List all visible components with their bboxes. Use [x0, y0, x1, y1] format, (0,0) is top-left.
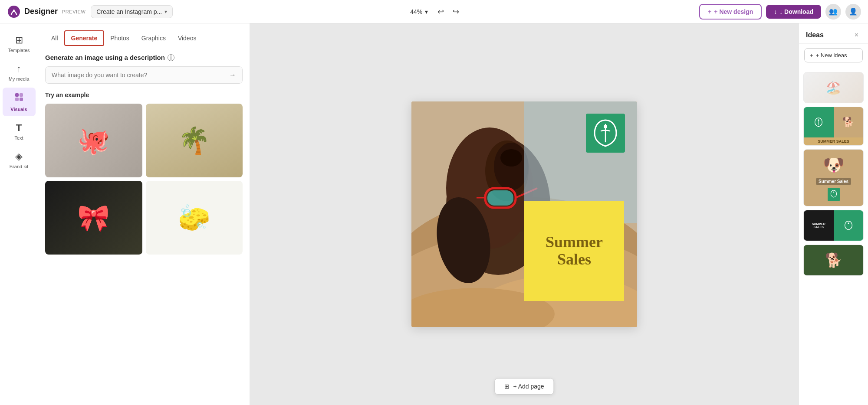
zoom-control[interactable]: 44% ▾: [410, 8, 428, 15]
octopus-icon: 🐙: [77, 125, 110, 156]
panel-tabs: All Generate Photos Graphics Videos: [45, 30, 243, 46]
sponge-icon: 🧽: [178, 202, 210, 233]
topbar-center: 44% ▾ ↩ ↪: [178, 4, 694, 19]
logo-badge: [828, 188, 840, 201]
idea-card-3[interactable]: 🐶 Summer Sales: [803, 149, 864, 206]
text-label: Text: [14, 135, 23, 140]
templates-label: Templates: [8, 48, 30, 53]
new-design-icon: +: [708, 8, 711, 15]
sidebar-item-text[interactable]: T Text: [3, 118, 36, 145]
zoom-value: 44%: [410, 8, 422, 15]
idea-card-2[interactable]: 🐕 SUMMER SALES: [803, 107, 864, 146]
new-ideas-plus-icon: +: [810, 52, 813, 59]
svg-point-13: [500, 149, 522, 167]
visuals-panel: All Generate Photos Graphics Videos Gene…: [38, 23, 250, 405]
topbar-right: + + New design ↓ ↓ Download 👥 👤: [699, 4, 861, 20]
tab-photos[interactable]: Photos: [104, 30, 135, 46]
tab-videos[interactable]: Videos: [172, 30, 203, 46]
templates-icon: ⊞: [15, 35, 23, 46]
idea-card-1[interactable]: 🏖️: [803, 72, 864, 103]
idea-card-5[interactable]: 🐕: [803, 245, 864, 276]
idea-card-caption: SUMMER SALES: [804, 137, 863, 145]
idea-card-3-img: 🐶 Summer Sales: [804, 150, 863, 206]
generate-input-wrap: →: [45, 66, 243, 84]
idea-card-2-img: 🐕: [804, 107, 863, 137]
example-ribbon[interactable]: 🎀: [45, 181, 142, 255]
example-sponge[interactable]: 🧽: [146, 181, 243, 255]
my-media-label: My media: [9, 76, 30, 82]
ideas-close-button[interactable]: ×: [852, 30, 861, 40]
summer-sales-badge: Summer Sales: [816, 178, 851, 185]
brand-kit-label: Brand kit: [10, 164, 28, 169]
main-layout: ⊞ Templates ↑ My media Visuals T Text ◈: [0, 23, 868, 405]
example-sand[interactable]: 🌴: [146, 104, 243, 177]
zoom-chevron-icon: ▾: [425, 8, 428, 15]
idea-card-4[interactable]: SUMMERSALES: [803, 210, 864, 241]
svg-rect-16: [487, 190, 513, 206]
new-design-label: + New design: [714, 8, 753, 15]
sidebar-item-brand-kit[interactable]: ◈ Brand kit: [3, 147, 36, 173]
svg-point-1: [13, 10, 15, 11]
redo-button[interactable]: ↪: [450, 4, 462, 19]
add-page-button[interactable]: ⊞ + Add page: [494, 378, 554, 395]
brand-logo-icon: [592, 118, 618, 148]
download-label: ↓ Download: [779, 8, 813, 15]
add-page-icon: ⊞: [504, 383, 510, 390]
design-background: SummerSales: [411, 101, 637, 327]
idea-card-1-img: 🏖️: [804, 72, 863, 103]
new-design-button[interactable]: + + New design: [699, 4, 762, 20]
chevron-down-icon: ▾: [164, 9, 167, 15]
tab-generate[interactable]: Generate: [64, 30, 105, 46]
app-logo-icon: [7, 5, 21, 19]
example-octopus[interactable]: 🐙: [45, 104, 142, 177]
visuals-icon: [14, 92, 24, 105]
download-icon: ↓: [774, 8, 777, 15]
add-page-label: + Add page: [513, 383, 544, 390]
tab-graphics[interactable]: Graphics: [135, 30, 172, 46]
svg-rect-4: [15, 98, 19, 101]
ideas-panel: Ideas × + + New ideas 🏖️: [799, 23, 868, 405]
sand-icon: 🌴: [178, 125, 210, 156]
topbar: Designer PREVIEW Create an Instagram p..…: [0, 0, 868, 23]
canvas-area: SummerSales ⊞ + Add page: [250, 23, 799, 405]
idea-card-right: 🐕: [834, 107, 864, 137]
new-ideas-button[interactable]: + + New ideas: [804, 48, 863, 62]
visuals-label: Visuals: [10, 107, 27, 112]
tab-all[interactable]: All: [45, 30, 64, 46]
svg-rect-2: [15, 93, 19, 97]
generate-input[interactable]: [52, 72, 229, 78]
summer-sales-text: SummerSales: [546, 234, 603, 268]
idea-dark-left: SUMMERSALES: [804, 210, 834, 241]
close-icon: ×: [855, 31, 858, 39]
idea-card-4-img: SUMMERSALES: [804, 210, 863, 241]
svg-point-23: [818, 119, 819, 121]
share-icon: 👥: [829, 7, 838, 16]
project-title-text: Create an Instagram p...: [96, 8, 162, 15]
app-name: Designer: [24, 7, 58, 16]
sidebar-item-my-media[interactable]: ↑ My media: [3, 59, 36, 86]
ribbon-icon: 🎀: [77, 202, 110, 233]
new-ideas-label: + New ideas: [816, 52, 847, 59]
submit-arrow-icon[interactable]: →: [229, 71, 236, 79]
undo-button[interactable]: ↩: [435, 4, 447, 19]
my-media-icon: ↑: [16, 63, 21, 75]
svg-rect-5: [20, 98, 23, 101]
avatar-icon: 👤: [849, 7, 858, 16]
user-avatar[interactable]: 👤: [845, 4, 861, 20]
brand-logo-box: [586, 114, 625, 153]
download-button[interactable]: ↓ ↓ Download: [766, 5, 821, 19]
ideas-header: Ideas ×: [799, 23, 868, 44]
sidebar-item-visuals[interactable]: Visuals: [3, 88, 36, 116]
share-button[interactable]: 👥: [825, 4, 841, 20]
canvas-frame: SummerSales: [411, 101, 637, 327]
project-title-button[interactable]: Create an Instagram p... ▾: [91, 5, 173, 18]
svg-point-25: [833, 191, 834, 193]
generate-heading: Generate an image using a description i: [45, 54, 243, 61]
svg-point-22: [604, 125, 607, 128]
summer-sales-card: SummerSales: [524, 201, 624, 301]
idea-teal-right: [834, 210, 864, 241]
left-sidebar: ⊞ Templates ↑ My media Visuals T Text ◈: [0, 23, 38, 405]
brand-kit-icon: ◈: [15, 151, 23, 162]
sidebar-item-templates[interactable]: ⊞ Templates: [3, 30, 36, 57]
info-icon: i: [168, 54, 174, 61]
